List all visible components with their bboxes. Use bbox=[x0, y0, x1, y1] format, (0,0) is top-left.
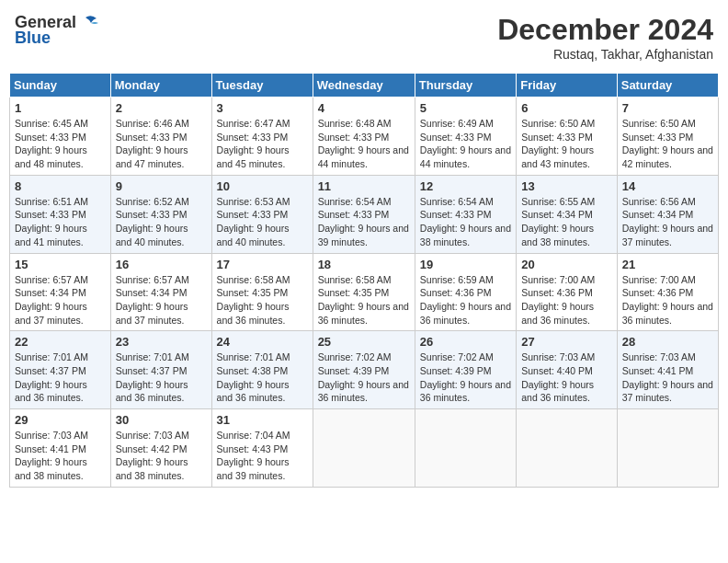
day-number: 20 bbox=[521, 258, 612, 271]
calendar-cell bbox=[313, 409, 415, 488]
day-detail: Sunrise: 6:58 AM Sunset: 4:35 PM Dayligh… bbox=[318, 273, 410, 327]
day-number: 31 bbox=[217, 413, 308, 427]
calendar-cell: 8 Sunrise: 6:51 AM Sunset: 4:33 PM Dayli… bbox=[10, 175, 111, 253]
calendar-cell: 10 Sunrise: 6:53 AM Sunset: 4:33 PM Dayl… bbox=[211, 175, 313, 253]
day-number: 21 bbox=[622, 258, 713, 271]
day-detail: Sunrise: 6:51 AM Sunset: 4:33 PM Dayligh… bbox=[15, 195, 106, 249]
day-detail: Sunrise: 7:00 AM Sunset: 4:36 PM Dayligh… bbox=[521, 273, 612, 327]
calendar-cell: 13 Sunrise: 6:55 AM Sunset: 4:34 PM Dayl… bbox=[517, 175, 618, 253]
calendar-cell: 1 Sunrise: 6:45 AM Sunset: 4:33 PM Dayli… bbox=[10, 98, 111, 176]
day-of-week-header: Saturday bbox=[617, 74, 718, 98]
calendar-header-row: SundayMondayTuesdayWednesdayThursdayFrid… bbox=[10, 74, 719, 98]
day-number: 1 bbox=[15, 101, 106, 115]
day-number: 25 bbox=[318, 335, 410, 349]
calendar-cell: 21 Sunrise: 7:00 AM Sunset: 4:36 PM Dayl… bbox=[617, 253, 718, 331]
day-number: 14 bbox=[622, 179, 713, 193]
title-area: December 2024 Rustaq, Takhar, Afghanista… bbox=[497, 13, 713, 62]
day-detail: Sunrise: 6:50 AM Sunset: 4:33 PM Dayligh… bbox=[521, 117, 612, 171]
day-number: 29 bbox=[15, 413, 106, 427]
calendar-cell: 7 Sunrise: 6:50 AM Sunset: 4:33 PM Dayli… bbox=[617, 98, 718, 176]
calendar-cell: 5 Sunrise: 6:49 AM Sunset: 4:33 PM Dayli… bbox=[415, 98, 516, 176]
day-detail: Sunrise: 6:52 AM Sunset: 4:33 PM Dayligh… bbox=[116, 195, 207, 249]
day-detail: Sunrise: 7:04 AM Sunset: 4:43 PM Dayligh… bbox=[217, 429, 308, 483]
day-detail: Sunrise: 6:59 AM Sunset: 4:36 PM Dayligh… bbox=[420, 273, 511, 327]
calendar-cell: 23 Sunrise: 7:01 AM Sunset: 4:37 PM Dayl… bbox=[110, 331, 211, 409]
day-of-week-header: Wednesday bbox=[313, 74, 415, 98]
day-detail: Sunrise: 6:47 AM Sunset: 4:33 PM Dayligh… bbox=[217, 117, 308, 171]
logo-bird-icon bbox=[78, 14, 98, 32]
calendar-cell: 31 Sunrise: 7:04 AM Sunset: 4:43 PM Dayl… bbox=[211, 409, 313, 488]
day-number: 19 bbox=[420, 258, 511, 271]
day-of-week-header: Thursday bbox=[415, 74, 516, 98]
day-number: 11 bbox=[318, 179, 410, 193]
day-of-week-header: Tuesday bbox=[211, 74, 313, 98]
day-detail: Sunrise: 6:46 AM Sunset: 4:33 PM Dayligh… bbox=[116, 117, 207, 171]
day-detail: Sunrise: 6:56 AM Sunset: 4:34 PM Dayligh… bbox=[622, 195, 713, 249]
day-number: 27 bbox=[521, 335, 612, 349]
day-detail: Sunrise: 7:02 AM Sunset: 4:39 PM Dayligh… bbox=[420, 350, 511, 405]
day-detail: Sunrise: 6:58 AM Sunset: 4:35 PM Dayligh… bbox=[217, 273, 308, 327]
day-number: 23 bbox=[116, 335, 207, 349]
calendar-cell: 26 Sunrise: 7:02 AM Sunset: 4:39 PM Dayl… bbox=[415, 331, 516, 409]
calendar-cell: 22 Sunrise: 7:01 AM Sunset: 4:37 PM Dayl… bbox=[10, 331, 111, 409]
day-detail: Sunrise: 7:03 AM Sunset: 4:40 PM Dayligh… bbox=[521, 350, 612, 405]
day-number: 10 bbox=[217, 179, 308, 193]
calendar-cell: 16 Sunrise: 6:57 AM Sunset: 4:34 PM Dayl… bbox=[110, 253, 211, 331]
day-number: 17 bbox=[217, 258, 308, 271]
day-number: 6 bbox=[521, 101, 612, 115]
day-detail: Sunrise: 6:50 AM Sunset: 4:33 PM Dayligh… bbox=[622, 117, 713, 171]
day-of-week-header: Monday bbox=[110, 74, 211, 98]
day-number: 26 bbox=[420, 335, 511, 349]
calendar-cell: 14 Sunrise: 6:56 AM Sunset: 4:34 PM Dayl… bbox=[617, 175, 718, 253]
day-number: 22 bbox=[15, 335, 106, 349]
day-detail: Sunrise: 6:53 AM Sunset: 4:33 PM Dayligh… bbox=[217, 195, 308, 249]
calendar-cell: 3 Sunrise: 6:47 AM Sunset: 4:33 PM Dayli… bbox=[211, 98, 313, 176]
calendar-week-row: 8 Sunrise: 6:51 AM Sunset: 4:33 PM Dayli… bbox=[10, 175, 719, 253]
header: General Blue December 2024 Rustaq, Takha… bbox=[9, 9, 719, 65]
calendar-cell: 17 Sunrise: 6:58 AM Sunset: 4:35 PM Dayl… bbox=[211, 253, 313, 331]
day-detail: Sunrise: 6:57 AM Sunset: 4:34 PM Dayligh… bbox=[15, 273, 106, 327]
location-title: Rustaq, Takhar, Afghanistan bbox=[497, 47, 713, 62]
day-detail: Sunrise: 6:49 AM Sunset: 4:33 PM Dayligh… bbox=[420, 117, 511, 171]
day-number: 5 bbox=[420, 101, 511, 115]
day-detail: Sunrise: 7:01 AM Sunset: 4:37 PM Dayligh… bbox=[15, 350, 106, 405]
day-number: 18 bbox=[318, 258, 410, 271]
calendar-cell: 28 Sunrise: 7:03 AM Sunset: 4:41 PM Dayl… bbox=[617, 331, 718, 409]
day-detail: Sunrise: 7:01 AM Sunset: 4:38 PM Dayligh… bbox=[217, 350, 308, 405]
calendar-cell: 30 Sunrise: 7:03 AM Sunset: 4:42 PM Dayl… bbox=[110, 409, 211, 488]
calendar-cell: 25 Sunrise: 7:02 AM Sunset: 4:39 PM Dayl… bbox=[313, 331, 415, 409]
calendar-cell: 20 Sunrise: 7:00 AM Sunset: 4:36 PM Dayl… bbox=[517, 253, 618, 331]
day-number: 2 bbox=[116, 101, 207, 115]
calendar-week-row: 22 Sunrise: 7:01 AM Sunset: 4:37 PM Dayl… bbox=[10, 331, 719, 409]
day-detail: Sunrise: 6:55 AM Sunset: 4:34 PM Dayligh… bbox=[521, 195, 612, 249]
day-number: 7 bbox=[622, 101, 713, 115]
calendar-cell: 2 Sunrise: 6:46 AM Sunset: 4:33 PM Dayli… bbox=[110, 98, 211, 176]
day-detail: Sunrise: 7:02 AM Sunset: 4:39 PM Dayligh… bbox=[318, 350, 410, 405]
calendar-cell: 19 Sunrise: 6:59 AM Sunset: 4:36 PM Dayl… bbox=[415, 253, 516, 331]
day-detail: Sunrise: 7:03 AM Sunset: 4:41 PM Dayligh… bbox=[622, 350, 713, 405]
day-number: 16 bbox=[116, 258, 207, 271]
calendar-cell: 24 Sunrise: 7:01 AM Sunset: 4:38 PM Dayl… bbox=[211, 331, 313, 409]
calendar-cell bbox=[517, 409, 618, 488]
logo-blue-text: Blue bbox=[15, 29, 51, 48]
calendar-cell: 18 Sunrise: 6:58 AM Sunset: 4:35 PM Dayl… bbox=[313, 253, 415, 331]
day-number: 30 bbox=[116, 413, 207, 427]
day-of-week-header: Sunday bbox=[10, 74, 111, 98]
calendar-cell: 4 Sunrise: 6:48 AM Sunset: 4:33 PM Dayli… bbox=[313, 98, 415, 176]
day-detail: Sunrise: 6:48 AM Sunset: 4:33 PM Dayligh… bbox=[318, 117, 410, 171]
calendar-cell bbox=[617, 409, 718, 488]
calendar-cell: 12 Sunrise: 6:54 AM Sunset: 4:33 PM Dayl… bbox=[415, 175, 516, 253]
day-number: 8 bbox=[15, 179, 106, 193]
day-number: 9 bbox=[116, 179, 207, 193]
calendar-cell: 27 Sunrise: 7:03 AM Sunset: 4:40 PM Dayl… bbox=[517, 331, 618, 409]
day-detail: Sunrise: 6:54 AM Sunset: 4:33 PM Dayligh… bbox=[318, 195, 410, 249]
calendar-cell bbox=[415, 409, 516, 488]
day-detail: Sunrise: 6:54 AM Sunset: 4:33 PM Dayligh… bbox=[420, 195, 511, 249]
day-of-week-header: Friday bbox=[517, 74, 618, 98]
day-number: 12 bbox=[420, 179, 511, 193]
calendar-cell: 6 Sunrise: 6:50 AM Sunset: 4:33 PM Dayli… bbox=[517, 98, 618, 176]
day-detail: Sunrise: 7:00 AM Sunset: 4:36 PM Dayligh… bbox=[622, 273, 713, 327]
day-number: 15 bbox=[15, 258, 106, 271]
day-number: 24 bbox=[217, 335, 308, 349]
day-detail: Sunrise: 6:45 AM Sunset: 4:33 PM Dayligh… bbox=[15, 117, 106, 171]
